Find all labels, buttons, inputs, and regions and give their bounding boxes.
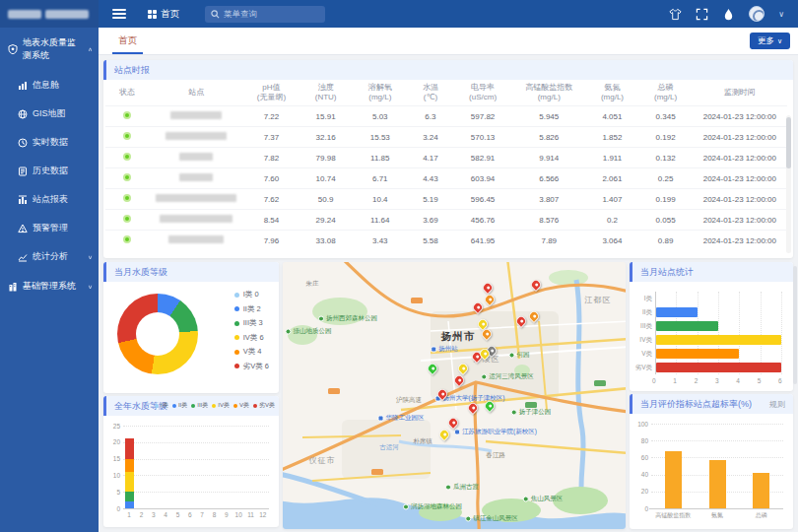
sidebar-item-label: GIS地图 [33, 107, 66, 120]
user-menu-caret-icon[interactable]: ∨ [778, 10, 784, 19]
rules-link[interactable]: 规则 [769, 399, 785, 410]
water-drop-icon[interactable] [722, 8, 735, 21]
bar-劣V类 [656, 363, 781, 372]
map-label-text: 朴席镇 [413, 437, 432, 446]
value-cell: 1.852 [585, 127, 638, 148]
table-scrollbar[interactable] [786, 115, 791, 253]
sidebar-item-实时数据[interactable]: 实时数据 [0, 128, 99, 157]
station-marker[interactable] [466, 401, 480, 415]
value-cell: 7.62 [243, 189, 299, 210]
legend-dot [234, 293, 239, 298]
theme-skin-icon[interactable] [669, 8, 682, 21]
station-marker[interactable] [514, 314, 528, 328]
monthly-site-stats-panel: 当月站点统计 0123456I类II类III类IV类V类劣V类 [630, 262, 793, 391]
value-cell: 3.43 [353, 231, 408, 251]
value-cell: 2024-01-23 12:00:00 [693, 106, 787, 127]
station-marker[interactable] [426, 362, 439, 375]
map-label-text: 扬子津公园 [519, 408, 552, 417]
search-input[interactable] [224, 9, 312, 19]
monthly-grade-title: 当月水质等级 [103, 262, 279, 282]
map-label-古运河: 古运河 [379, 443, 399, 452]
bar-IV类 [656, 335, 781, 345]
legend-item-V类[interactable]: V类 4 [234, 347, 269, 357]
value-cell: 15.91 [299, 106, 353, 127]
site-name-redacted [160, 215, 233, 223]
sidebar-item-站点报表[interactable]: 站点报表 [0, 185, 99, 214]
map-label-text: 江苏旅游职业学院(新校区) [462, 428, 537, 436]
legend-item-II类[interactable]: II类 2 [234, 304, 269, 314]
y-category-label: I类 [632, 295, 652, 303]
poi-icon [378, 415, 384, 421]
status-cell [105, 189, 149, 210]
report-icon [18, 195, 28, 205]
station-marker[interactable] [452, 373, 466, 387]
annual-legend-II类[interactable]: II类 [172, 401, 187, 410]
legend-item-劣V类[interactable]: 劣V类 6 [234, 362, 269, 371]
page-scrollbar[interactable] [793, 266, 797, 384]
value-cell: 0.192 [639, 127, 693, 148]
annual-grade-chart: 0510152025123456789101112 [123, 426, 269, 508]
y-tick-label: 0 [109, 505, 120, 512]
value-cell: 10.4 [353, 189, 408, 210]
gridline [123, 426, 269, 427]
bar-V类 [656, 349, 739, 359]
table-row: 7.9633.083.435.58641.957.893.0640.892024… [105, 231, 787, 251]
station-marker[interactable] [529, 278, 543, 292]
annual-legend-劣V类[interactable]: 劣V类 [253, 401, 275, 410]
gis-map[interactable]: 扬州市广陵区江都区仪征市朱庄扬州西郊森林公园捺山地质公园扬州站何园运河三湾风景区… [283, 262, 626, 529]
map-label-text: 扬州站 [438, 345, 458, 354]
annual-legend-V类[interactable]: V类 [233, 401, 249, 410]
more-button[interactable]: 更多 ∨ [750, 33, 790, 49]
park-icon [318, 315, 324, 321]
station-marker[interactable] [527, 309, 541, 323]
sidebar-item-label: 信息舱 [33, 79, 59, 92]
legend-label: 劣V类 [259, 401, 275, 410]
sidebar-item-label: 预警管理 [33, 222, 68, 234]
x-category-label: 氨氮 [694, 511, 741, 520]
station-marker[interactable] [471, 300, 485, 314]
y-tick-label: 25 [109, 423, 120, 430]
map-label-春江路: 春江路 [486, 451, 505, 460]
sidebar-group-label: 基础管理系统 [23, 280, 76, 293]
legend-dot [234, 335, 239, 340]
sidebar-group-0[interactable]: 地表水质量监测系统∧ [0, 28, 99, 71]
station-marker[interactable] [437, 428, 451, 441]
sidebar-item-信息舱[interactable]: 信息舱 [0, 71, 99, 100]
tab-home[interactable]: 首页 [112, 28, 143, 54]
site-cell-redacted [149, 168, 243, 189]
sidebar-group-1[interactable]: 基础管理系统∨ [0, 271, 99, 301]
annual-legend-IV类[interactable]: IV类 [212, 401, 230, 410]
station-marker[interactable] [483, 293, 497, 306]
annual-legend-III类[interactable]: III类 [191, 401, 208, 410]
y-tick-label: 0 [635, 505, 648, 512]
park-icon [465, 515, 471, 521]
legend-item-III类[interactable]: III类 3 [234, 318, 269, 328]
y-tick-label: 60 [635, 454, 648, 461]
column-header-氨氮: 氨氮(mg/L) [585, 80, 638, 106]
user-avatar[interactable] [749, 6, 765, 22]
station-marker[interactable] [456, 362, 470, 375]
legend-item-IV类[interactable]: IV类 6 [234, 333, 269, 343]
x-tick-label: 9 [221, 511, 233, 518]
legend-label: IV类 [218, 401, 230, 410]
site-name-redacted [179, 173, 213, 181]
legend-dot [253, 404, 257, 408]
sidebar-item-历史数据[interactable]: 历史数据 [0, 157, 99, 185]
sidebar-item-GIS地图[interactable]: GIS地图 [0, 100, 99, 128]
legend-item-I类[interactable]: I类 0 [234, 290, 269, 299]
station-marker[interactable] [481, 281, 495, 295]
menu-toggle-icon[interactable] [112, 9, 126, 19]
annual-legend-I类[interactable]: I类 [155, 401, 168, 410]
breadcrumb-home[interactable]: 首页 [148, 8, 179, 21]
legend-label: V类 4 [243, 347, 262, 357]
sidebar-item-label: 统计分析 [33, 250, 68, 263]
fullscreen-icon[interactable] [696, 8, 708, 21]
sidebar-item-统计分析[interactable]: 统计分析∨ [0, 242, 99, 271]
map-label-text: 镇江金山风景区 [473, 514, 518, 523]
menu-search[interactable] [205, 6, 325, 23]
sidebar-item-预警管理[interactable]: 预警管理 [0, 214, 99, 242]
x-tick-label: 6 [184, 511, 196, 518]
map-label-text: 古运河 [379, 443, 399, 452]
y-category-label: III类 [632, 322, 652, 331]
sidebar-group-label: 地表水质量监测系统 [23, 36, 83, 62]
